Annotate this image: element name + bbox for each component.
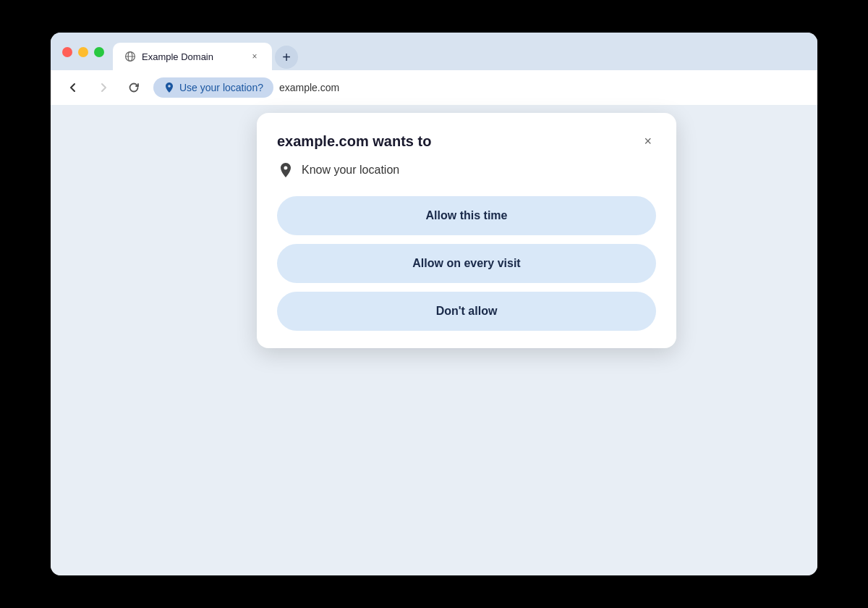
location-pill-text: Use your location? bbox=[179, 82, 263, 93]
back-button[interactable] bbox=[62, 78, 84, 97]
tab-title: Example Domain bbox=[142, 51, 243, 62]
reload-icon bbox=[127, 81, 140, 94]
allow-once-button[interactable]: Allow this time bbox=[277, 196, 656, 235]
browser-window: Example Domain × + bbox=[51, 33, 817, 575]
address-bar[interactable]: Use your location? example.com bbox=[153, 77, 806, 98]
tab-area: Example Domain × + bbox=[113, 43, 806, 70]
forward-button[interactable] bbox=[93, 78, 114, 97]
popup-permission-row: Know your location bbox=[277, 161, 656, 179]
location-pin-large-icon bbox=[277, 161, 294, 179]
forward-arrow-icon bbox=[97, 81, 110, 94]
tab-close-button[interactable]: × bbox=[249, 51, 260, 62]
popup-actions: Allow this time Allow on every visit Don… bbox=[277, 196, 656, 331]
title-bar: Example Domain × + bbox=[51, 33, 817, 70]
close-traffic-light[interactable] bbox=[62, 47, 72, 57]
deny-button[interactable]: Don't allow bbox=[277, 292, 656, 331]
traffic-lights bbox=[62, 47, 104, 66]
address-domain: example.com bbox=[279, 82, 339, 93]
popup-close-button[interactable]: × bbox=[639, 133, 656, 149]
page-content: example.com wants to × Know your locatio… bbox=[51, 106, 817, 575]
location-permission-pill[interactable]: Use your location? bbox=[153, 77, 273, 98]
location-pin-icon bbox=[163, 82, 175, 93]
popup-title: example.com wants to bbox=[277, 133, 431, 150]
new-tab-button[interactable]: + bbox=[275, 46, 298, 69]
globe-icon bbox=[124, 51, 136, 62]
permission-popup: example.com wants to × Know your locatio… bbox=[257, 113, 676, 348]
reload-button[interactable] bbox=[123, 78, 145, 97]
back-arrow-icon bbox=[67, 81, 80, 94]
minimize-traffic-light[interactable] bbox=[78, 47, 88, 57]
permission-label: Know your location bbox=[302, 164, 399, 177]
nav-bar: Use your location? example.com bbox=[51, 70, 817, 106]
maximize-traffic-light[interactable] bbox=[94, 47, 104, 57]
popup-header: example.com wants to × bbox=[277, 133, 656, 150]
active-tab[interactable]: Example Domain × bbox=[113, 43, 272, 70]
allow-always-button[interactable]: Allow on every visit bbox=[277, 244, 656, 283]
